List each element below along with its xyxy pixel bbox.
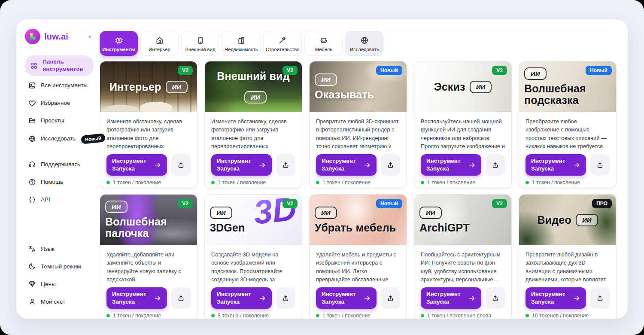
sidebar-item-support[interactable]: Поддерживать <box>25 156 94 173</box>
token-dot-icon <box>316 181 319 184</box>
ai-badge: ИИ <box>576 214 598 226</box>
card-cover-image: 3D ИИ 3DGen V2 <box>205 195 302 245</box>
tab-interior[interactable]: Интерьер <box>140 31 179 56</box>
hammer-icon <box>278 36 287 45</box>
arrow-right-icon <box>573 161 580 169</box>
sidebar-item-favorites[interactable]: Избранное <box>25 95 94 111</box>
arrow-right-icon <box>468 295 476 302</box>
card-title: ArchiGPT <box>419 222 470 234</box>
sidebar-collapse-button[interactable]: ‹ <box>86 32 94 41</box>
card-cover-image: ИИ Эскиз V2 <box>414 61 511 112</box>
share-button[interactable] <box>276 287 295 309</box>
card-cover-image: ИИ Видео ПРО <box>519 195 616 245</box>
tab-tools[interactable]: Инструменты <box>100 31 138 56</box>
app-window: luw.ai ‹ Панель инструментов Все инструм… <box>16 19 628 319</box>
brand-logo-icon <box>25 29 40 44</box>
share-button[interactable] <box>486 287 505 309</box>
sidebar-item-language[interactable]: Язык <box>25 241 94 257</box>
tool-card[interactable]: ИИ Убрать мебель Новый Удаляйте мебель и… <box>309 194 407 319</box>
launch-tool-button[interactable]: Инструмент Запуска <box>211 154 272 176</box>
tool-card[interactable]: ИИ Волшебная подсказка Новый Преобразите… <box>519 61 617 188</box>
version-badge: V2 <box>492 66 507 75</box>
share-button[interactable] <box>381 154 400 176</box>
token-cost: 1 токен / поколение <box>113 313 161 319</box>
card-footer: 1 токен / поколение <box>414 176 511 186</box>
card-description: Воспользуйтесь нашей мощной функцией ИИ … <box>421 117 505 151</box>
building-icon <box>196 36 205 45</box>
brand: luw.ai ‹ <box>25 29 94 44</box>
share-button[interactable] <box>590 287 610 309</box>
user-icon <box>28 298 36 305</box>
tab-furniture[interactable]: Мебель <box>304 31 343 56</box>
token-dot-icon <box>526 181 529 184</box>
sidebar-item-pricing[interactable]: Цены <box>25 276 94 292</box>
globe-icon <box>360 36 369 45</box>
share-button[interactable] <box>171 154 191 176</box>
upload-icon <box>596 295 604 302</box>
launch-tool-button[interactable]: Инструмент Запуска <box>421 154 481 176</box>
card-actions: Инструмент Запуска <box>205 154 302 176</box>
sidebar-item-account[interactable]: Мой счет <box>25 293 94 310</box>
card-body: Воспользуйтесь нашей мощной функцией ИИ … <box>414 112 511 154</box>
share-button[interactable] <box>381 287 400 309</box>
tab-exterior[interactable]: Внешний вид <box>181 31 219 56</box>
launch-tool-button[interactable]: Инструмент Запуска <box>526 154 586 176</box>
heart-icon <box>28 99 36 107</box>
tab-explore[interactable]: Исследовать <box>345 31 383 56</box>
token-cost: 1 токен / поколение слова <box>427 313 491 319</box>
launch-tool-button[interactable]: Инструмент Запуска <box>316 154 377 176</box>
ai-badge: ИИ <box>315 73 337 86</box>
sidebar-item-api[interactable]: API <box>25 192 94 208</box>
card-actions: Инструмент Запуска <box>205 287 302 309</box>
card-body: Пообщайтесь с архитектурным ИИ. Получите… <box>414 245 511 287</box>
share-button[interactable] <box>590 154 610 176</box>
tool-card[interactable]: ИИ Волшебная палочка V2 Удаляйте, добавл… <box>100 194 197 319</box>
upload-icon <box>387 161 394 169</box>
arrow-right-icon <box>468 161 476 169</box>
sidebar-item-explore[interactable]: Исследовать Новый <box>25 130 94 147</box>
share-button[interactable] <box>171 287 191 309</box>
tool-card[interactable]: ИИ Интерьер V2 Измените обстановку, сдел… <box>100 61 197 188</box>
tool-card[interactable]: ИИ Оказывать Новый Превратите любой 3D-с… <box>309 61 407 188</box>
token-cost: 3 токена / поколение <box>218 313 269 319</box>
version-badge: V2 <box>283 66 298 75</box>
chip-icon <box>115 36 123 45</box>
sidebar-item-help[interactable]: Помощь <box>25 174 94 190</box>
card-footer: 1 токен / поколение <box>100 176 197 186</box>
tab-construction[interactable]: Строительство <box>263 31 302 56</box>
upload-icon <box>282 295 289 302</box>
version-badge: Новый <box>586 66 612 75</box>
launch-tool-button[interactable]: Инструмент Запуска <box>526 287 586 309</box>
tool-card[interactable]: ИИ Видео ПРО Превратите любой дизайн в з… <box>519 194 617 319</box>
token-dot-icon <box>421 314 424 317</box>
launch-tool-button[interactable]: Инструмент Запуска <box>106 287 167 309</box>
sofa-icon <box>319 36 328 45</box>
card-actions: Инструмент Запуска <box>519 154 616 176</box>
sidebar-footer-nav: Язык Темный режим Цены Мой счет <box>25 241 94 311</box>
tool-card[interactable]: 3D ИИ 3DGen V2 Создавайте 3D-модели на о… <box>204 194 302 319</box>
sidebar-item-projects[interactable]: Проекты <box>25 113 94 129</box>
launch-tool-button[interactable]: Инструмент Запуска <box>106 154 167 176</box>
sidebar-item-all-tools[interactable]: Все инструменты <box>25 77 94 94</box>
tab-real-estate[interactable]: Недвижимость <box>222 31 261 56</box>
sidebar-item-dark-mode[interactable]: Темный режим <box>25 258 94 274</box>
launch-tool-button[interactable]: Инструмент Запуска <box>421 287 481 309</box>
version-badge: ПРО <box>592 199 612 208</box>
moon-icon <box>28 262 36 270</box>
tool-card[interactable]: ИИ Эскиз V2 Воспользуйтесь нашей мощной … <box>414 61 512 188</box>
share-button[interactable] <box>276 154 295 176</box>
card-footer: 1 токен / поколение <box>205 176 302 186</box>
card-footer: 1 токен / поколение слова <box>414 309 511 319</box>
launch-tool-button[interactable]: Инструмент Запуска <box>211 287 272 309</box>
launch-tool-button[interactable]: Инструмент Запуска <box>316 287 377 309</box>
ai-badge: ИИ <box>210 207 232 219</box>
share-button[interactable] <box>486 154 505 176</box>
card-description: Преобразите любое изображение с помощью … <box>526 117 610 151</box>
upload-icon <box>177 295 185 302</box>
tool-card[interactable]: ИИ ArchiGPT V2 Пообщайтесь с архитектурн… <box>414 194 512 319</box>
ai-badge: ИИ <box>166 81 188 93</box>
token-dot-icon <box>211 181 215 184</box>
page-background: luw.ai ‹ Панель инструментов Все инструм… <box>0 0 644 335</box>
tool-card[interactable]: ИИ Внешний вид V2 Измените обстановку, с… <box>204 61 302 188</box>
sidebar-item-dashboard[interactable]: Панель инструментов <box>25 55 94 76</box>
